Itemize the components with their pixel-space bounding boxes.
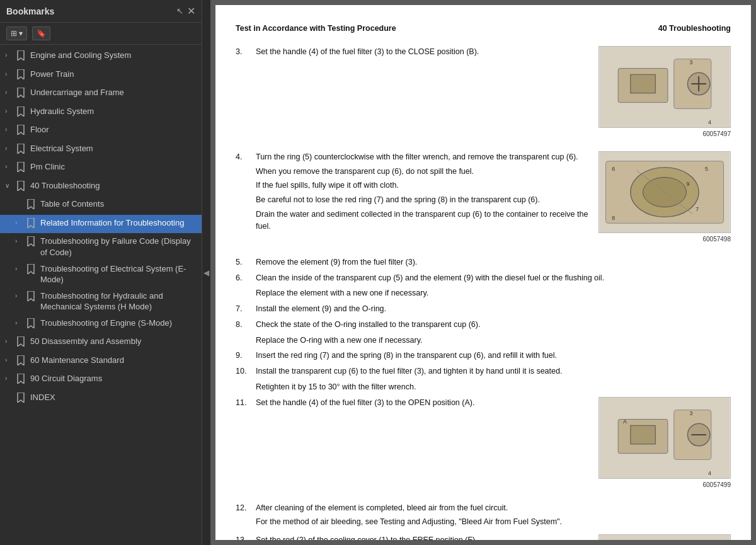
bookmark-toggle-engine[interactable]: › <box>5 51 14 60</box>
bookmark-tree: ›Engine and Cooling System›Power Train›U… <box>0 45 202 545</box>
step-content-6: Check the state of the O-ring installed … <box>256 319 731 331</box>
collapse-arrow-icon: ◀ <box>203 268 209 277</box>
bookmark-item-disassembly50[interactable]: ›50 Disassembly and Assembly <box>0 333 202 352</box>
bookmark-item-troubleshooting40[interactable]: ∨40 Troubleshooting <box>0 178 202 197</box>
bookmark-icon-troubleshooting40 <box>16 181 26 194</box>
svg-text:9: 9 <box>686 181 689 187</box>
step-row-12: 12.After cleaning of the element is comp… <box>236 502 731 531</box>
step-content-4: Replace the element with a new one if ne… <box>256 287 731 299</box>
step-row-7: Replace the O-ring with a new one if nec… <box>236 335 731 347</box>
step-row-8: 9.Insert the red ring (7) and the spring… <box>236 350 731 362</box>
bookmark-toggle-related[interactable]: › <box>15 219 24 227</box>
image-block-img2: 5 6 7 8 9 60057498 <box>598 151 731 244</box>
step-row-13: 13.Set the rod (2) of the cooling cover … <box>236 534 588 540</box>
bookmark-item-floor[interactable]: ›Floor <box>0 122 202 141</box>
bookmark-icon-powertrain <box>16 69 26 83</box>
doc-header: Test in Accordance with Testing Procedur… <box>236 23 731 35</box>
image-block-img4: 2 1 60031763 <box>598 534 731 540</box>
image-caption-11: 60057499 <box>703 480 731 490</box>
bookmark-item-hydraulic[interactable]: ›Hydraulic System <box>0 103 202 122</box>
bookmark-toggle-circuit90[interactable]: › <box>5 374 14 383</box>
image-caption-4: 60057498 <box>703 234 731 244</box>
svg-text:6: 6 <box>612 165 615 171</box>
sidebar-collapse-handle[interactable]: ◀ <box>202 0 210 545</box>
bookmark-item-undercarriage[interactable]: ›Undercarriage and Frame <box>0 84 202 103</box>
bookmark-toggle-hydraulical[interactable]: › <box>15 292 24 301</box>
svg-rect-24 <box>631 425 655 444</box>
step-content-3: Set the handle (4) of the fuel filter (3… <box>256 46 588 58</box>
bookmark-toggle-engine2[interactable]: › <box>15 319 24 328</box>
step-row-5: 7.Install the element (9) and the O-ring… <box>236 303 731 315</box>
bookmark-item-circuit90[interactable]: ›90 Circuit Diagrams <box>0 370 202 389</box>
step-section-4: 5 6 7 8 9 600574984.Turn the ring (5) co… <box>236 151 731 251</box>
step-num-3: 3. <box>236 46 249 58</box>
bookmark-toggle-failurecode[interactable]: › <box>15 237 24 246</box>
bookmark-item-electrical[interactable]: ›Electrical System <box>0 141 202 159</box>
bookmark-icon-related <box>26 218 37 231</box>
bookmark-button[interactable]: 🔖 <box>32 26 50 40</box>
bookmark-toggle-electrical[interactable]: › <box>5 144 14 153</box>
bookmark-icon-engine <box>16 50 26 64</box>
bookmark-icon-floor <box>16 125 26 138</box>
bookmark-item-electrical2[interactable]: ›Troubleshooting of Electrical System (E… <box>0 261 202 288</box>
step-content-4: Turn the ring (5) counterclockwise with … <box>256 151 588 235</box>
bookmark-item-toc[interactable]: Table of Contents <box>0 196 202 215</box>
doc-image-img2: 5 6 7 8 9 <box>598 151 731 233</box>
step-row-3: 3.Set the handle (4) of the fuel filter … <box>236 46 588 58</box>
image-caption-3: 60057497 <box>703 129 731 139</box>
cursor-icon: ↖ <box>176 6 183 16</box>
bookmark-label-troubleshooting40: 40 Troubleshooting <box>30 180 198 192</box>
bookmark-label-powertrain: Power Train <box>30 69 198 80</box>
step-content-5: Install the element (9) and the O-ring. <box>256 303 731 315</box>
svg-rect-28 <box>600 535 730 540</box>
bookmark-toggle-powertrain[interactable]: › <box>5 70 14 79</box>
bookmark-toggle-maintenance60[interactable]: › <box>5 356 14 365</box>
step-num-4 <box>236 287 249 299</box>
bookmark-item-engine[interactable]: ›Engine and Cooling System <box>0 47 202 66</box>
bookmark-item-failurecode[interactable]: ›Troubleshooting by Failure Code (Displa… <box>0 233 202 260</box>
bookmark-icon-disassembly50 <box>16 336 26 350</box>
bookmark-icon-engine2 <box>26 318 37 331</box>
sidebar-header: Bookmarks ↖ ✕ <box>0 0 202 23</box>
bookmark-toggle-disassembly50[interactable]: › <box>5 337 14 346</box>
svg-text:8: 8 <box>612 215 615 221</box>
bookmark-label-failurecode: Troubleshooting by Failure Code (Display… <box>40 236 198 258</box>
sidebar-title: Bookmarks <box>6 6 54 16</box>
bookmark-item-index[interactable]: INDEX <box>0 389 202 408</box>
bookmark-toggle-floor[interactable]: › <box>5 125 14 134</box>
step-content-7: Replace the O-ring with a new one if nec… <box>256 335 731 347</box>
bookmark-toggle-electrical2[interactable]: › <box>15 265 24 273</box>
svg-text:4: 4 <box>708 119 711 125</box>
doc-body: 4 3 600574973.Set the handle (4) of the … <box>236 46 731 540</box>
sidebar-close-button[interactable]: ✕ <box>187 5 195 17</box>
bookmark-toggle-undercarriage[interactable]: › <box>5 88 14 97</box>
bookmark-label-disassembly50: 50 Disassembly and Assembly <box>30 336 198 347</box>
bookmark-item-maintenance60[interactable]: ›60 Maintenance Standard <box>0 352 202 371</box>
bookmark-item-related[interactable]: ›Related Information for Troubleshooting <box>0 215 202 234</box>
bookmark-item-engine2[interactable]: ›Troubleshooting of Engine (S-Mode) <box>0 315 202 334</box>
sidebar-toolbar: ⊞ ▾ 🔖 <box>0 23 202 45</box>
bookmark-toggle-pmclinic[interactable]: › <box>5 163 14 171</box>
svg-text:3: 3 <box>689 410 692 416</box>
view-mode-button[interactable]: ⊞ ▾ <box>6 26 27 40</box>
step-num-6: 8. <box>236 319 249 331</box>
bookmark-label-hydraulic: Hydraulic System <box>30 106 198 117</box>
bookmark-toggle-troubleshooting40[interactable]: ∨ <box>5 181 14 190</box>
svg-rect-6 <box>631 74 655 93</box>
bookmark-label-electrical2: Troubleshooting of Electrical System (E-… <box>40 263 198 285</box>
bookmark-label-toc: Table of Contents <box>40 198 198 210</box>
bookmark-item-pmclinic[interactable]: ›Pm Clinic <box>0 159 202 178</box>
bookmark-item-powertrain[interactable]: ›Power Train <box>0 66 202 85</box>
step-row-retighten: Retighten it by 15 to 30° with the filte… <box>236 381 731 393</box>
bookmark-toggle-hydraulic[interactable]: › <box>5 107 14 116</box>
doc-image-img3: 4 3 A <box>598 397 731 479</box>
bookmark-icon-toc <box>26 199 37 212</box>
view-dropdown-arrow: ▾ <box>19 29 23 38</box>
step-content-9: Install the transparent cup (6) to the f… <box>256 365 731 377</box>
step-content-8: Insert the red ring (7) and the spring (… <box>256 350 731 362</box>
main-content: Test in Accordance with Testing Procedur… <box>210 0 756 545</box>
step-row-6: 8.Check the state of the O-ring installe… <box>236 319 731 331</box>
bookmark-label-floor: Floor <box>30 124 198 135</box>
step-row-11: 11.Set the handle (4) of the fuel filter… <box>236 397 588 411</box>
bookmark-item-hydraulical[interactable]: ›Troubleshooting for Hydraulic and Mecha… <box>0 288 202 315</box>
